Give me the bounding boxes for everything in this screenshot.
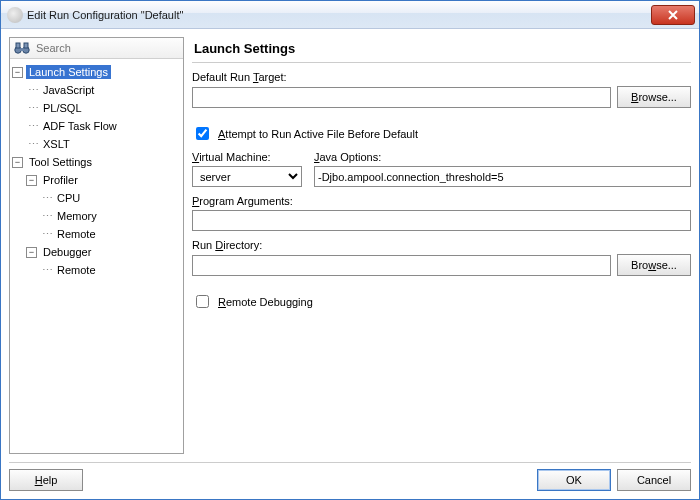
remote-debugging-row: Remote Debugging — [192, 292, 691, 311]
attempt-run-label: Attempt to Run Active File Before Defaul… — [218, 128, 418, 140]
dialog-window: Edit Run Configuration "Default" −Launch… — [0, 0, 700, 500]
default-run-target-input[interactable] — [192, 87, 611, 108]
cancel-button[interactable]: Cancel — [617, 469, 691, 491]
right-panel: Launch Settings Default Run Target: Brow… — [192, 37, 691, 454]
search-row — [10, 38, 183, 59]
java-options-label: Java Options: — [314, 151, 691, 163]
window-title: Edit Run Configuration "Default" — [27, 9, 183, 21]
binoculars-icon — [14, 41, 30, 55]
tree-item-cpu[interactable]: ⋯CPU — [12, 189, 181, 207]
tree-branch-icon: ⋯ — [40, 228, 54, 241]
collapse-icon[interactable]: − — [26, 175, 37, 186]
svg-rect-3 — [16, 43, 20, 48]
default-run-target-label: Default Run Target: — [192, 71, 691, 83]
bottom-bar: Help OK Cancel — [1, 463, 699, 499]
tree-branch-icon: ⋯ — [26, 102, 40, 115]
remote-debugging-label: Remote Debugging — [218, 296, 313, 308]
tree-item-launch-settings[interactable]: −Launch Settings — [12, 63, 181, 81]
tree-item-debugger-remote[interactable]: ⋯Remote — [12, 261, 181, 279]
close-button[interactable] — [651, 5, 695, 25]
collapse-icon[interactable]: − — [12, 67, 23, 78]
tree-branch-icon: ⋯ — [40, 210, 54, 223]
tree-item-profiler-remote[interactable]: ⋯Remote — [12, 225, 181, 243]
svg-rect-2 — [20, 48, 24, 51]
remote-debugging-checkbox[interactable] — [196, 295, 209, 308]
tree-item-adf-task-flow[interactable]: ⋯ADF Task Flow — [12, 117, 181, 135]
tree-item-javascript[interactable]: ⋯JavaScript — [12, 81, 181, 99]
panel-heading: Launch Settings — [192, 37, 691, 63]
tree-item-plsql[interactable]: ⋯PL/SQL — [12, 99, 181, 117]
tree-branch-icon: ⋯ — [40, 264, 54, 277]
tree-item-tool-settings[interactable]: −Tool Settings — [12, 153, 181, 171]
program-arguments-group: Program Arguments: — [192, 195, 691, 231]
vm-label: Virtual Machine: — [192, 151, 302, 163]
left-panel: −Launch Settings ⋯JavaScript ⋯PL/SQL ⋯AD… — [9, 37, 184, 454]
ok-button[interactable]: OK — [537, 469, 611, 491]
default-run-target-group: Default Run Target: Browse... — [192, 71, 691, 116]
nav-tree: −Launch Settings ⋯JavaScript ⋯PL/SQL ⋯AD… — [10, 59, 183, 453]
tree-branch-icon: ⋯ — [26, 120, 40, 133]
tree-branch-icon: ⋯ — [26, 84, 40, 97]
close-icon — [668, 10, 678, 20]
vm-select[interactable]: server — [192, 166, 302, 187]
collapse-icon[interactable]: − — [12, 157, 23, 168]
run-directory-group: Run Directory: Browse... — [192, 239, 691, 284]
collapse-icon[interactable]: − — [26, 247, 37, 258]
tree-branch-icon: ⋯ — [26, 138, 40, 151]
titlebar[interactable]: Edit Run Configuration "Default" — [1, 1, 699, 29]
program-arguments-label: Program Arguments: — [192, 195, 691, 207]
program-arguments-input[interactable] — [192, 210, 691, 231]
tree-item-xslt[interactable]: ⋯XSLT — [12, 135, 181, 153]
browse1-partial: rowse... — [638, 91, 677, 103]
app-icon — [7, 7, 23, 23]
tree-item-debugger[interactable]: −Debugger — [12, 243, 181, 261]
tree-item-memory[interactable]: ⋯Memory — [12, 207, 181, 225]
svg-rect-4 — [24, 43, 28, 48]
attempt-run-checkbox[interactable] — [196, 127, 209, 140]
run-directory-label: Run Directory: — [192, 239, 691, 251]
help-button[interactable]: Help — [9, 469, 83, 491]
tree-branch-icon: ⋯ — [40, 192, 54, 205]
java-options-input[interactable] — [314, 166, 691, 187]
run-directory-input[interactable] — [192, 255, 611, 276]
browse-directory-button[interactable]: Browse... — [617, 254, 691, 276]
attempt-run-row: Attempt to Run Active File Before Defaul… — [192, 124, 691, 143]
tree-item-profiler[interactable]: −Profiler — [12, 171, 181, 189]
vm-java-row: Virtual Machine: server Java Options: — [192, 151, 691, 187]
browse-target-button[interactable]: Browse... — [617, 86, 691, 108]
search-input[interactable] — [34, 41, 179, 55]
